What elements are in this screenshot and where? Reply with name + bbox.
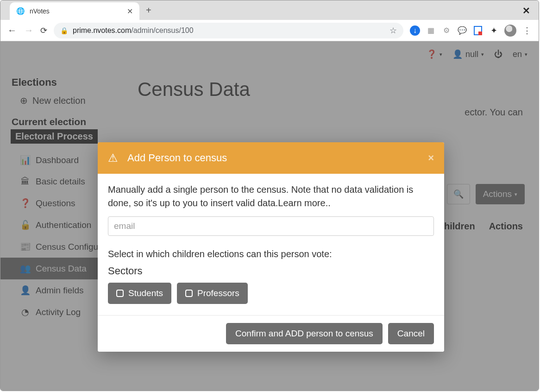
email-input[interactable]: [108, 216, 434, 236]
browser-menu-icon[interactable]: ⋮: [522, 25, 532, 36]
sector-chip-professors[interactable]: Professors: [177, 283, 248, 304]
close-icon[interactable]: ×: [428, 152, 434, 164]
back-button[interactable]: ←: [7, 25, 17, 36]
checkbox-icon: [185, 290, 193, 297]
chip-label: Professors: [197, 288, 239, 298]
chip-label: Students: [128, 288, 163, 298]
add-person-modal: ⚠ Add Person to census × Manually add a …: [98, 142, 444, 352]
children-elections-label: Select in which children elections can t…: [108, 249, 434, 259]
sector-chip-students[interactable]: Students: [108, 283, 171, 304]
modal-description: Manually add a single person to the cens…: [108, 183, 434, 210]
tab-strip: 🌐 nVotes ✕ + ✕: [0, 0, 539, 20]
cancel-button[interactable]: Cancel: [388, 323, 434, 344]
browser-toolbar: ← → ⟳ 🔒 prime.nvotes.com/admin/census/10…: [0, 20, 539, 41]
browser-tab[interactable]: 🌐 nVotes ✕: [10, 2, 139, 20]
page-content: ❓ ▾ 👤 null ▾ ⏻ en ▾ Elections ⊕ New ele: [0, 41, 539, 391]
extension-icon-4[interactable]: [473, 25, 483, 36]
address-bar[interactable]: 🔒 prime.nvotes.com/admin/census/100 ☆: [54, 23, 403, 38]
tab-close-icon[interactable]: ✕: [127, 7, 133, 16]
checkbox-icon: [116, 290, 124, 297]
profile-avatar[interactable]: [504, 25, 516, 37]
new-tab-button[interactable]: +: [146, 5, 151, 16]
extension-icon-2[interactable]: ⚙: [441, 25, 452, 36]
modal-body: Manually add a single person to the cens…: [98, 174, 444, 315]
reload-button[interactable]: ⟳: [40, 25, 47, 36]
extension-icon-3[interactable]: 💬: [457, 25, 467, 36]
modal-title: Add Person to census: [127, 152, 227, 164]
download-icon[interactable]: ↓: [410, 25, 420, 36]
confirm-button[interactable]: Confirm and ADD person to census: [226, 323, 383, 344]
window-close-icon[interactable]: ✕: [522, 5, 530, 16]
bookmark-star-icon[interactable]: ☆: [389, 25, 397, 36]
lock-icon: 🔒: [60, 27, 68, 34]
warning-icon: ⚠: [108, 152, 118, 164]
tab-title: nVotes: [30, 7, 50, 15]
extension-icons: ↓ ▦ ⚙ 💬 ✦ ⋮: [410, 25, 532, 37]
url-path: /admin/census/100: [131, 26, 193, 35]
modal-header: ⚠ Add Person to census ×: [98, 142, 444, 174]
browser-window: 🌐 nVotes ✕ + ✕ ← → ⟳ 🔒 prime.nvotes.com/…: [0, 0, 539, 391]
extensions-menu-icon[interactable]: ✦: [489, 25, 499, 36]
globe-icon: 🌐: [16, 7, 25, 15]
forward-button[interactable]: →: [24, 25, 34, 36]
extension-icon-1[interactable]: ▦: [426, 25, 436, 36]
sectors-heading: Sectors: [108, 265, 434, 277]
modal-footer: Confirm and ADD person to census Cancel: [98, 315, 444, 352]
sector-chips: Students Professors: [108, 283, 434, 304]
url-domain: prime.nvotes.com: [73, 26, 131, 35]
